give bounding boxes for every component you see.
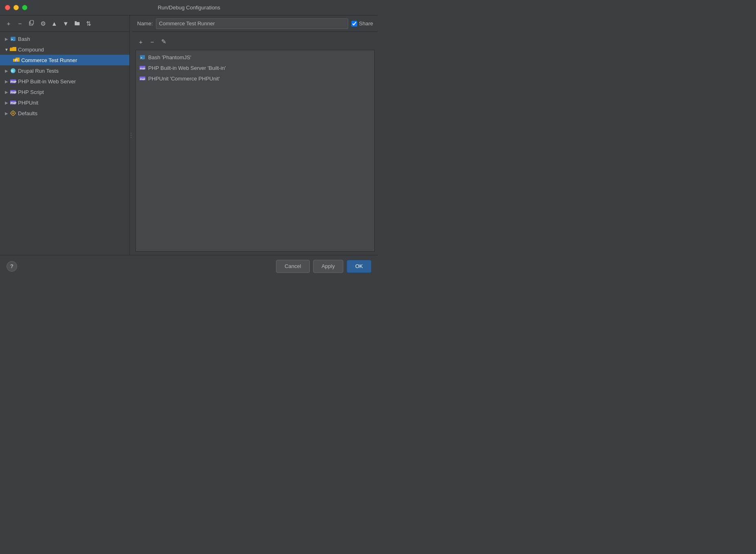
php-script-label: PHP Script <box>18 89 44 95</box>
name-label: Name: <box>137 20 153 27</box>
gear-icon: ⚙ <box>40 20 46 27</box>
bash-arrow: ▶ <box>3 36 10 42</box>
copy-icon <box>29 20 34 27</box>
phpunit-commerce-icon: PHP <box>139 75 146 82</box>
down-icon: ▼ <box>63 20 69 27</box>
drupal-icon: D <box>10 67 16 74</box>
apply-button[interactable]: Apply <box>313 260 344 273</box>
svg-text:D: D <box>11 69 13 72</box>
svg-text:PHP: PHP <box>11 91 16 94</box>
php-web-server-label: PHP Built-in Web Server <box>18 78 76 85</box>
remove-from-compound-button[interactable]: − <box>147 36 158 47</box>
phpunit-commerce-label: PHPUnit 'Commerce PHPUnit' <box>148 76 220 82</box>
gear-button[interactable]: ⚙ <box>38 18 48 29</box>
drupal-label: Drupal Run Tests <box>18 68 58 74</box>
defaults-arrow: ▶ <box>3 110 10 116</box>
defaults-icon <box>10 110 16 116</box>
compound-label: Compound <box>18 47 44 53</box>
folder-icon <box>74 20 80 27</box>
edit-compound-button[interactable]: ✎ <box>158 36 169 47</box>
tree-item-php-script[interactable]: ▶ PHP PHP Script <box>0 87 129 97</box>
folder-button[interactable] <box>72 18 82 29</box>
minus-icon: − <box>18 20 22 27</box>
add-icon: + <box>7 20 11 27</box>
php-builtin-label: PHP Built-in Web Server 'Built-in' <box>148 65 226 71</box>
svg-point-17 <box>12 112 14 114</box>
svg-text:>_: >_ <box>140 56 144 59</box>
phpunit-arrow: ▶ <box>3 99 10 106</box>
commerce-arrow-spacer <box>7 57 13 63</box>
move-up-button[interactable]: ▲ <box>49 18 60 29</box>
tree-item-compound[interactable]: ▼ Compound <box>0 44 129 55</box>
name-row: Name: Share <box>132 16 378 32</box>
action-buttons: Cancel Apply OK <box>276 260 371 273</box>
window-title: Run/Debug Configurations <box>158 4 220 11</box>
phpunit-label: PHPUnit <box>18 100 38 106</box>
phpunit-icon: PHP <box>10 99 16 106</box>
configurations-list[interactable]: >_ Bash 'PhantomJS' PHP PHP Built-in Web… <box>136 50 375 252</box>
svg-text:PHP: PHP <box>11 102 16 105</box>
minimize-button[interactable] <box>13 5 19 10</box>
up-icon: ▲ <box>51 20 58 27</box>
compound-toolbar: + − ✎ <box>136 35 375 48</box>
cancel-button[interactable]: Cancel <box>276 260 309 273</box>
svg-text:PHP: PHP <box>140 78 145 80</box>
help-icon: ? <box>10 263 13 269</box>
tree-item-php-web-server[interactable]: ▶ PHP PHP Built-in Web Server <box>0 76 129 87</box>
move-down-button[interactable]: ▼ <box>60 18 71 29</box>
share-area: Share <box>351 20 373 27</box>
bash-label: Bash <box>18 36 30 42</box>
bash-icon: >_ <box>10 36 16 42</box>
right-panel: Name: Share + − ✎ <box>132 16 378 255</box>
svg-text:PHP: PHP <box>140 67 145 70</box>
compound-icon <box>10 46 16 53</box>
php-web-server-icon: PHP <box>10 78 16 85</box>
tree-item-phpunit[interactable]: ▶ PHP PHPUnit <box>0 97 129 108</box>
tree-item-defaults[interactable]: ▶ Defaults <box>0 108 129 118</box>
sort-button[interactable]: ⇅ <box>83 18 94 29</box>
config-item-bash-phantomjs[interactable]: >_ Bash 'PhantomJS' <box>136 52 374 63</box>
content-area: + − ✎ >_ <box>132 32 378 255</box>
commerce-test-runner-label: Commerce Test Runner <box>21 57 77 63</box>
bottom-bar: ? Cancel Apply OK <box>0 255 378 277</box>
title-bar: Run/Debug Configurations <box>0 0 378 16</box>
drupal-arrow: ▶ <box>3 67 10 74</box>
share-label: Share <box>359 20 373 27</box>
php-script-icon: PHP <box>10 89 16 95</box>
left-panel: + − ⚙ ▲ ▼ <box>0 16 130 255</box>
divider-dots <box>131 133 131 138</box>
ok-button[interactable]: OK <box>347 260 371 273</box>
close-button[interactable] <box>5 5 10 10</box>
php-script-arrow: ▶ <box>3 89 10 95</box>
add-config-button[interactable]: + <box>3 18 14 29</box>
share-checkbox[interactable] <box>351 21 357 27</box>
copy-config-button[interactable] <box>26 18 37 29</box>
tree-item-commerce-test-runner[interactable]: ⚙ Commerce Test Runner <box>0 55 129 65</box>
defaults-label: Defaults <box>18 110 38 116</box>
svg-text:>_: >_ <box>11 38 15 41</box>
maximize-button[interactable] <box>22 5 27 10</box>
help-button[interactable]: ? <box>7 261 17 272</box>
bash-phantomjs-icon: >_ <box>139 54 146 60</box>
tree-container[interactable]: ▶ >_ Bash ▼ Compound <box>0 32 129 255</box>
traffic-lights <box>5 5 27 10</box>
svg-text:PHP: PHP <box>11 80 16 84</box>
sort-icon: ⇅ <box>86 20 91 27</box>
tree-item-bash[interactable]: ▶ >_ Bash <box>0 34 129 44</box>
svg-rect-5 <box>10 47 12 48</box>
compound-edit-icon: ✎ <box>161 38 167 45</box>
php-web-server-arrow: ▶ <box>3 78 10 85</box>
svg-rect-1 <box>30 20 33 24</box>
add-to-compound-button[interactable]: + <box>136 36 146 47</box>
tree-item-drupal[interactable]: ▶ D Drupal Run Tests <box>0 65 129 76</box>
compound-add-icon: + <box>139 38 143 45</box>
name-input[interactable] <box>156 18 348 29</box>
compound-remove-icon: − <box>151 38 154 45</box>
svg-rect-2 <box>75 22 80 25</box>
main-container: + − ⚙ ▲ ▼ <box>0 16 378 255</box>
remove-config-button[interactable]: − <box>15 18 25 29</box>
commerce-config-icon: ⚙ <box>13 57 20 63</box>
bash-phantomjs-label: Bash 'PhantomJS' <box>148 54 191 60</box>
config-item-php-builtin[interactable]: PHP PHP Built-in Web Server 'Built-in' <box>136 63 374 73</box>
config-item-phpunit-commerce[interactable]: PHP PHPUnit 'Commerce PHPUnit' <box>136 73 374 84</box>
